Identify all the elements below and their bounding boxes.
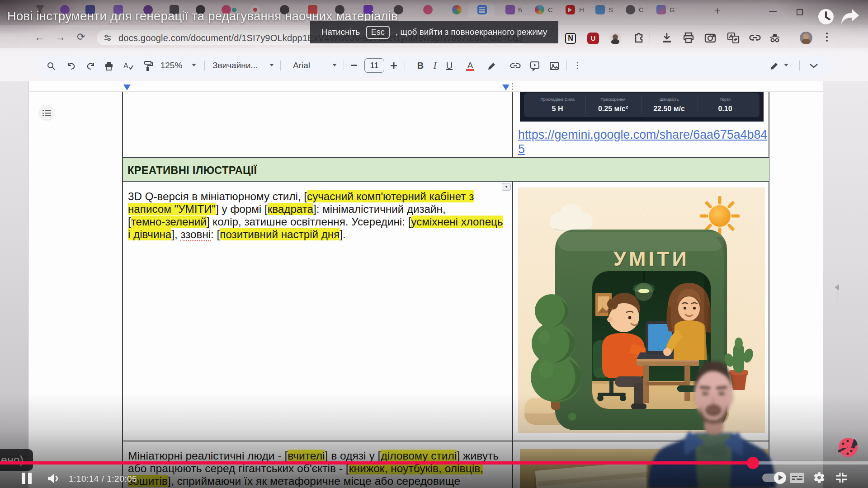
svg-text:УМІТИ: УМІТИ <box>613 247 689 270</box>
svg-text:A: A <box>123 62 128 70</box>
